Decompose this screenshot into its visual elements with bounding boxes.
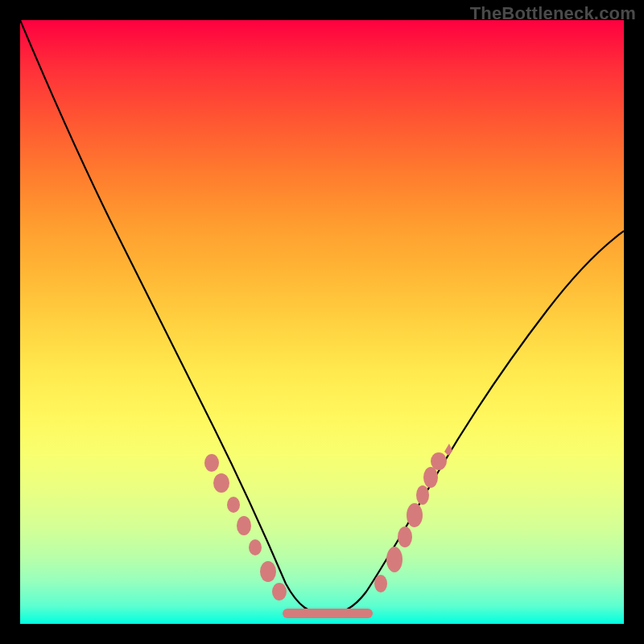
svg-point-6	[272, 583, 287, 601]
svg-point-11	[416, 485, 429, 505]
svg-point-1	[213, 473, 229, 493]
chart-svg	[20, 20, 624, 624]
svg-point-0	[204, 454, 219, 472]
svg-point-12	[423, 467, 438, 488]
svg-point-5	[260, 561, 276, 582]
svg-point-10	[407, 503, 423, 527]
svg-point-9	[398, 526, 412, 547]
svg-point-3	[237, 516, 251, 535]
bottleneck-curve	[20, 20, 624, 614]
right-marker-cluster	[374, 444, 452, 592]
svg-point-7	[374, 575, 387, 592]
svg-point-4	[249, 539, 262, 555]
svg-point-13	[431, 452, 447, 470]
plot-area	[20, 20, 624, 624]
left-marker-cluster	[204, 454, 287, 601]
chart-frame: TheBottleneck.com	[0, 0, 644, 644]
svg-point-2	[227, 497, 240, 513]
svg-point-8	[386, 547, 402, 572]
